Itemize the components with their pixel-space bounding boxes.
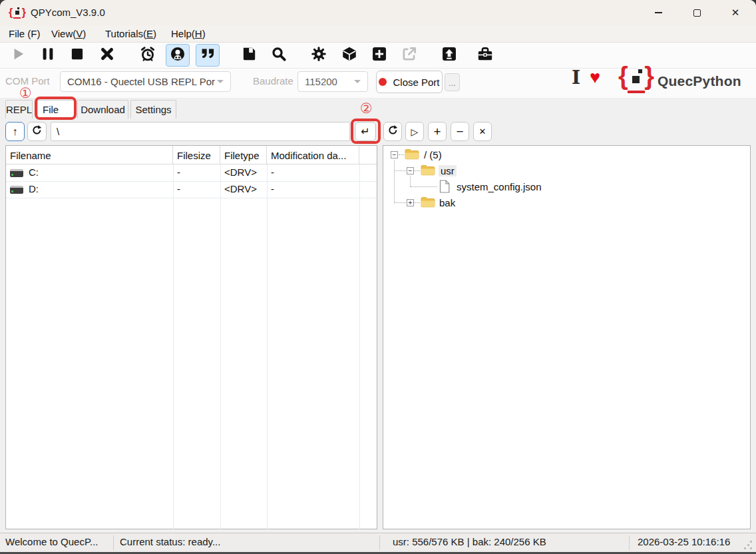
- refresh-path-button[interactable]: [27, 122, 47, 141]
- plus-icon: +: [433, 125, 441, 139]
- com-port-select[interactable]: COM16 - Quectel USB REPL Por: [60, 71, 231, 92]
- minimize-button[interactable]: [643, 0, 673, 25]
- close-port-button[interactable]: Close Port: [376, 71, 443, 93]
- quote-icon: [199, 45, 216, 65]
- close-icon: ✕: [731, 7, 740, 19]
- play-outline-icon: ▷: [411, 127, 419, 137]
- menu-file[interactable]: File (F): [5, 27, 44, 41]
- statusbar-divider: [379, 535, 380, 550]
- close-port-label: Close Port: [393, 77, 439, 88]
- status-datetime: 2026-03-25 10:16:16: [638, 536, 730, 547]
- pause-icon: [39, 45, 57, 65]
- settings-button[interactable]: [307, 44, 331, 67]
- save-button[interactable]: [237, 44, 261, 67]
- tab-download[interactable]: Download: [77, 100, 128, 119]
- chevron-down-icon: [354, 80, 361, 83]
- add-module-button[interactable]: [367, 44, 391, 67]
- tree-line: [399, 154, 404, 155]
- enter-path-button[interactable]: ↵: [355, 122, 376, 141]
- upload-button[interactable]: [437, 44, 461, 67]
- table-row[interactable]: D: - <DRV> -: [6, 181, 377, 198]
- col-header-filetype[interactable]: Filetype: [220, 146, 267, 164]
- kill-button[interactable]: [95, 44, 119, 67]
- search-icon: [270, 45, 287, 65]
- baudrate-value: 115200: [305, 76, 337, 87]
- baudrate-select[interactable]: 115200: [297, 71, 368, 92]
- collapse-toggle[interactable]: −: [407, 167, 414, 174]
- col-header-modified[interactable]: Modification da...: [267, 146, 359, 164]
- refresh-tree-button[interactable]: [383, 122, 402, 141]
- expand-toggle[interactable]: +: [407, 199, 414, 206]
- stop-button[interactable]: [65, 44, 89, 67]
- drive-led: [11, 190, 13, 192]
- more-ports-button[interactable]: ...: [445, 73, 460, 91]
- run-icon: [9, 45, 27, 65]
- folder-icon: [405, 148, 419, 162]
- minimize-icon: [655, 12, 662, 13]
- export-button: [397, 44, 421, 67]
- collapse-toggle[interactable]: −: [391, 151, 398, 158]
- remove-file-button[interactable]: −: [451, 122, 469, 141]
- tree-line: [410, 176, 411, 187]
- kill-icon: [98, 45, 116, 65]
- menu-help[interactable]: Help(H): [168, 27, 209, 41]
- chevron-down-icon: [217, 80, 224, 83]
- export-icon: [401, 45, 418, 65]
- folder-icon: [421, 164, 435, 178]
- col-header-filesize[interactable]: Filesize: [173, 146, 220, 164]
- column-line: [359, 164, 360, 529]
- tree-node-root[interactable]: / (5): [424, 149, 442, 160]
- maximize-button[interactable]: [681, 0, 712, 25]
- table-row[interactable]: C: - <DRV> -: [6, 164, 377, 181]
- tree-line: [414, 170, 420, 171]
- tree-node-bak[interactable]: bak: [439, 197, 455, 208]
- upload-icon: [441, 45, 458, 65]
- quote-mode-button[interactable]: [196, 44, 220, 67]
- up-arrow-icon: ↑: [13, 126, 18, 138]
- menubar: File (F) View(V) Tutorials(E) Help(H): [0, 25, 756, 43]
- status-storage: usr: 556/576 KB | bak: 240/256 KB: [393, 536, 546, 547]
- run-button[interactable]: [6, 44, 30, 67]
- status-welcome: Welcome to QuecP...: [5, 536, 98, 547]
- annotation-box-file-tab: [35, 97, 77, 120]
- timer-button[interactable]: [136, 44, 160, 67]
- com-port-value: COM16 - Quectel USB REPL Por: [67, 76, 215, 87]
- drive-icon: [10, 169, 23, 177]
- delete-button[interactable]: ✕: [473, 122, 492, 141]
- col-header-filename[interactable]: Filename: [6, 146, 173, 164]
- tree-node-config-file[interactable]: system_config.json: [457, 181, 542, 192]
- toolbox-icon: [476, 45, 494, 65]
- annotation-step1: ①: [19, 85, 32, 101]
- menu-view[interactable]: View(V): [48, 27, 89, 41]
- row-divider: [6, 198, 377, 198]
- menu-tutorials[interactable]: Tutorials(E): [102, 27, 160, 41]
- add-file-button[interactable]: +: [428, 122, 447, 141]
- brand-name: QuecPython: [658, 73, 741, 89]
- tree-node-usr[interactable]: usr: [439, 165, 457, 176]
- resize-grip[interactable]: [744, 541, 753, 550]
- column-line: [267, 164, 268, 529]
- panel-splitter[interactable]: [377, 145, 383, 529]
- cube-icon: [341, 45, 358, 65]
- path-input[interactable]: [51, 122, 350, 141]
- repl-mode-button[interactable]: [166, 44, 190, 67]
- module-tree-panel: − / (5) − usr system_config.json + bak: [383, 145, 751, 529]
- cursor-glyph: I: [572, 67, 580, 89]
- app-window: { } QPYcom_V3.9.0 ✕ File (F) View(V) Tut…: [0, 0, 756, 554]
- toolbox-button[interactable]: [473, 44, 497, 67]
- gear-icon: [310, 45, 327, 65]
- statusbar-divider: [113, 535, 114, 550]
- stop-icon: [69, 45, 86, 65]
- pause-button[interactable]: [36, 44, 60, 67]
- app-logo-icon: { }: [10, 5, 25, 20]
- close-button[interactable]: ✕: [720, 0, 751, 25]
- tab-settings[interactable]: Settings: [130, 100, 176, 119]
- search-button[interactable]: [267, 44, 291, 67]
- heart-icon: ♥: [590, 67, 600, 88]
- up-dir-button[interactable]: ↑: [5, 122, 25, 141]
- plus-square-icon: [371, 45, 388, 65]
- tab-repl[interactable]: REPL: [5, 100, 33, 119]
- package-button[interactable]: [337, 44, 361, 67]
- alarm-clock-icon: [139, 45, 156, 65]
- run-file-button[interactable]: ▷: [405, 122, 424, 141]
